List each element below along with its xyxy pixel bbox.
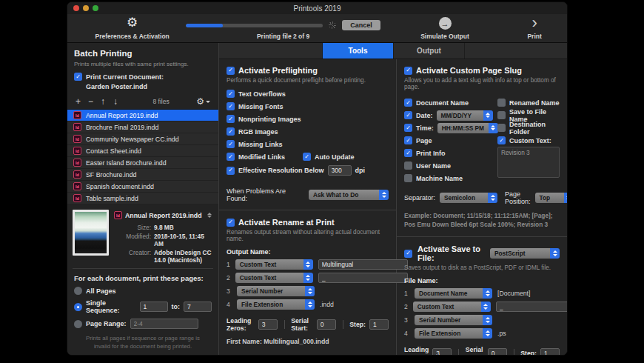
page-range-radio[interactable]: [74, 320, 82, 328]
leading-zeros-input[interactable]: [258, 319, 278, 330]
section-divider: [397, 236, 567, 237]
simulate-output-button[interactable]: → Simulate Output: [380, 14, 509, 42]
file-name: Spanish document.indd: [86, 183, 154, 190]
activate-preflighting-checkbox[interactable]: [227, 67, 235, 75]
savefile-row4-type-dropdown[interactable]: File Extension: [415, 328, 492, 339]
file-row[interactable]: IdSF Brochure.indd: [67, 169, 218, 181]
savefile-row1-type-dropdown[interactable]: Document Name: [415, 288, 492, 299]
problems-found-dropdown[interactable]: Ask What to Do: [309, 190, 389, 200]
rename-row2-input[interactable]: [318, 273, 408, 283]
dpi-input[interactable]: [328, 165, 352, 176]
rename-row3-type-dropdown[interactable]: Serial Number: [237, 286, 315, 296]
rename-row1-type-dropdown[interactable]: Custom Text: [235, 259, 313, 270]
print-info-checkbox[interactable]: [404, 149, 412, 157]
rename-row1-input[interactable]: [318, 259, 408, 270]
time-label: Time:: [416, 124, 434, 132]
date-checkbox[interactable]: [404, 111, 412, 119]
row-number: 4: [227, 301, 232, 308]
rename-row2-type-dropdown[interactable]: Custom Text: [235, 273, 313, 283]
stepper-arrows-icon: [379, 190, 389, 200]
date-format-dropdown[interactable]: MM/DD/YY: [437, 110, 493, 121]
stepper-arrows-icon: [483, 315, 492, 325]
add-file-button[interactable]: +: [76, 98, 88, 105]
title-bar: Printools 2019: [67, 2, 567, 14]
move-up-button[interactable]: ↑: [101, 98, 113, 105]
savefile-step-input[interactable]: [540, 348, 560, 356]
stepper-arrows-icon: [305, 299, 315, 310]
file-format-dropdown[interactable]: PostScript: [490, 248, 560, 259]
output-name-label: Output Name:: [227, 248, 389, 256]
time-checkbox[interactable]: [404, 124, 412, 132]
print-current-checkbox[interactable]: [74, 73, 82, 81]
savefile-row2-type-dropdown[interactable]: Custom Text: [413, 302, 491, 312]
rename-subtitle: Renames output stream without altering a…: [227, 229, 389, 242]
cancel-button[interactable]: Cancel: [342, 20, 380, 30]
savefile-row3-type-dropdown[interactable]: Serial Number: [415, 315, 492, 325]
tab-tools[interactable]: Tools: [322, 43, 393, 59]
creator-value: Adobe InDesign CC 14.0 (Macintosh): [154, 249, 213, 264]
dpi-label: dpi: [355, 167, 366, 174]
file-row[interactable]: IdCommunity Newspaper CC.indd: [67, 133, 218, 145]
row-number: 2: [227, 274, 230, 282]
file-name: Community Newspaper CC.indd: [86, 136, 179, 143]
tab-output[interactable]: Output: [393, 43, 464, 59]
activate-slug-checkbox[interactable]: [404, 67, 412, 75]
rename-row4-type-dropdown[interactable]: File Extension: [237, 299, 315, 310]
preferences-activation-button[interactable]: ⚙ Preferences & Activation: [78, 14, 186, 42]
page-position-dropdown[interactable]: Top: [535, 193, 568, 203]
page-checkbox[interactable]: [404, 136, 412, 144]
document-name-checkbox[interactable]: [404, 99, 412, 107]
file-row-selected[interactable]: IdAnnual Report 2019.indd: [67, 110, 218, 121]
page-range-input[interactable]: [130, 319, 198, 329]
single-sequence-radio[interactable]: [74, 303, 82, 311]
remove-file-button[interactable]: −: [88, 98, 101, 105]
custom-text-checkbox[interactable]: [497, 136, 506, 144]
modified-links-checkbox[interactable]: [227, 153, 235, 161]
move-down-button[interactable]: ↓: [113, 98, 126, 105]
destination-folder-checkbox[interactable]: [497, 124, 506, 132]
time-format-dropdown[interactable]: HH:MM:SS PM: [437, 123, 498, 133]
auto-update-checkbox[interactable]: [303, 153, 311, 161]
single-sequence-label: Single Sequence:: [86, 299, 136, 314]
missing-links-checkbox[interactable]: [227, 140, 235, 148]
custom-text-area[interactable]: Revision 3: [497, 147, 560, 178]
text-overflows-checkbox[interactable]: [227, 90, 235, 98]
file-row[interactable]: IdTable sample.indd: [67, 193, 218, 204]
page-range-label: Page Range:: [86, 320, 127, 327]
renamed-name-checkbox[interactable]: [497, 99, 506, 107]
missing-fonts-checkbox[interactable]: [227, 102, 235, 110]
savefile-row2-input[interactable]: [496, 302, 568, 312]
leading-zeros-label: Leading Zeros:: [227, 317, 255, 332]
separator-dropdown[interactable]: Semicolon: [440, 193, 497, 203]
all-pages-radio[interactable]: [74, 287, 82, 295]
size-value: 9.8 MB: [154, 224, 213, 231]
sequence-to-input[interactable]: [184, 302, 212, 312]
nonprinting-images-checkbox[interactable]: [227, 115, 235, 123]
text-overflows-label: Text Overflows: [238, 90, 286, 98]
rgb-images-checkbox[interactable]: [227, 127, 235, 136]
machine-name-checkbox[interactable]: [404, 174, 412, 182]
all-pages-label: All Pages: [86, 287, 116, 295]
save-to-file-name-checkbox[interactable]: [497, 111, 506, 119]
activate-rename-checkbox[interactable]: [227, 219, 235, 227]
file-row[interactable]: IdSpanish document.indd: [67, 181, 218, 193]
activate-save-to-file-checkbox[interactable]: [404, 250, 412, 258]
step-input[interactable]: [369, 319, 389, 330]
savefile-leading-zeros-input[interactable]: [432, 348, 452, 356]
user-name-checkbox[interactable]: [404, 161, 412, 170]
sequence-from-input[interactable]: [140, 302, 168, 312]
file-row[interactable]: IdBrochure Final 2019.indd: [67, 121, 218, 133]
file-stepper[interactable]: [207, 213, 212, 218]
savefile-row1-token: [Document]: [497, 290, 530, 297]
savefile-serial-start-input[interactable]: [488, 348, 507, 356]
print-button[interactable]: › Print: [509, 14, 560, 42]
effective-resolution-checkbox[interactable]: [227, 167, 235, 175]
stepper-arrows-icon: [305, 286, 315, 296]
list-actions-menu[interactable]: ⚙: [196, 96, 210, 107]
row-number: 3: [227, 287, 232, 295]
file-row[interactable]: IdContact Sheet.indd: [67, 145, 218, 157]
file-row[interactable]: IdEaster Island Brochure.indd: [67, 157, 218, 169]
file-name-label: File Name:: [404, 277, 560, 284]
file-list-toolbar: + − ↑ ↓ 8 files ⚙: [74, 96, 212, 109]
serial-start-input[interactable]: [317, 319, 336, 330]
